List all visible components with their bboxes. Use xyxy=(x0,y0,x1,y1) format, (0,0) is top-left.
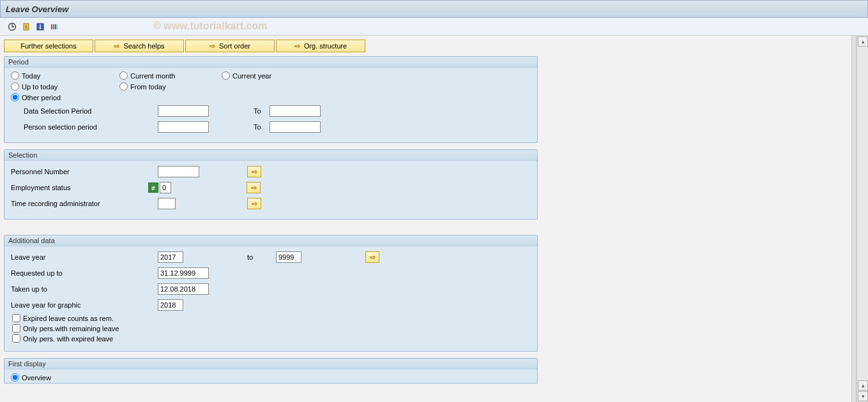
svg-rect-5 xyxy=(53,24,54,29)
requested-up-to-input[interactable] xyxy=(158,267,209,279)
employment-status-input[interactable] xyxy=(160,182,171,193)
selection-group: Selection Personnel Number ⇨ Employment … xyxy=(4,149,538,220)
vertical-scrollbar[interactable]: ▴ ▴ ▾ xyxy=(857,36,868,402)
radio-other-period[interactable]: Other period xyxy=(11,93,119,101)
execute-icon[interactable] xyxy=(6,21,18,33)
arrow-right-icon: ⇨ xyxy=(294,42,300,50)
taken-up-to-input[interactable] xyxy=(158,283,209,295)
radio-up-to-today[interactable]: Up to today xyxy=(11,82,119,91)
time-rec-admin-label: Time recording administrator xyxy=(11,200,158,207)
personnel-number-multiple-button[interactable]: ⇨ xyxy=(247,166,261,177)
selection-buttons-row: Further selections ⇨Search helps ⇨Sort o… xyxy=(4,40,864,52)
person-selection-period-label: Person selection period xyxy=(11,123,158,131)
period-group: Period Today Current month Current year … xyxy=(4,56,538,143)
not-equal-icon[interactable]: ≠ xyxy=(148,182,158,193)
svg-rect-6 xyxy=(55,24,56,29)
page-title: Leave Overview xyxy=(6,4,68,14)
employment-status-label: Employment status xyxy=(11,184,148,191)
radio-today[interactable]: Today xyxy=(11,71,119,80)
title-bar: Leave Overview xyxy=(0,0,868,18)
leave-year-graphic-label: Leave year for graphic xyxy=(11,301,158,309)
time-rec-admin-input[interactable] xyxy=(158,198,176,209)
svg-rect-7 xyxy=(57,24,57,29)
leave-year-from-input[interactable] xyxy=(158,251,183,263)
first-display-group: First display Overview xyxy=(4,358,538,383)
search-helps-button[interactable]: ⇨Search helps xyxy=(95,40,184,52)
arrow-right-icon: ⇨ xyxy=(370,253,376,262)
only-expired-checkbox[interactable]: Only pers. with expired leave xyxy=(11,334,531,343)
svg-text:i: i xyxy=(39,23,41,31)
arrow-right-icon: ⇨ xyxy=(114,42,119,50)
scroll-up-button[interactable]: ▴ xyxy=(858,36,868,47)
arrow-right-icon: ⇨ xyxy=(251,184,257,192)
leave-year-graphic-input[interactable] xyxy=(158,299,183,311)
personnel-number-input[interactable] xyxy=(158,166,199,177)
arrow-right-icon: ⇨ xyxy=(252,168,257,176)
first-display-legend: First display xyxy=(4,359,537,369)
person-selection-to-input[interactable] xyxy=(270,121,321,133)
additional-data-group: Additional data Leave year to ⇨ Requeste… xyxy=(4,235,538,352)
expired-leave-checkbox[interactable]: Expired leave counts as rem. xyxy=(11,314,531,322)
sort-order-button[interactable]: ⇨Sort order xyxy=(185,40,275,52)
data-selection-to-input[interactable] xyxy=(270,105,321,117)
only-remaining-checkbox[interactable]: Only pers.with remaining leave xyxy=(11,324,531,332)
radio-overview[interactable]: Overview xyxy=(11,373,531,382)
info-icon[interactable]: i xyxy=(34,21,46,33)
personnel-number-label: Personnel Number xyxy=(11,168,158,175)
radio-from-today[interactable]: From today xyxy=(119,82,222,91)
data-selection-from-input[interactable] xyxy=(158,105,209,117)
scroll-up-step-button[interactable]: ▴ xyxy=(858,380,868,391)
content-area: Further selections ⇨Search helps ⇨Sort o… xyxy=(0,36,868,399)
leave-year-to-input[interactable] xyxy=(276,251,301,263)
requested-up-to-label: Requested up to xyxy=(11,269,158,277)
radio-current-month[interactable]: Current month xyxy=(119,71,222,80)
further-selections-button[interactable]: Further selections xyxy=(4,40,93,52)
radio-current-year[interactable]: Current year xyxy=(222,71,324,80)
scroll-down-button[interactable]: ▾ xyxy=(858,391,868,401)
settings-icon[interactable] xyxy=(49,21,60,33)
to-label: To xyxy=(209,107,270,115)
toolbar: i xyxy=(0,18,868,36)
to-label-lower: to xyxy=(183,253,276,261)
leave-year-label: Leave year xyxy=(11,253,158,261)
leave-year-multiple-button[interactable]: ⇨ xyxy=(365,251,379,263)
selection-legend: Selection xyxy=(4,150,537,161)
org-structure-button[interactable]: ⇨Org. structure xyxy=(276,40,365,52)
scroll-track[interactable] xyxy=(851,36,857,402)
time-rec-admin-multiple-button[interactable]: ⇨ xyxy=(247,198,261,209)
employment-status-multiple-button[interactable]: ⇨ xyxy=(247,182,261,193)
period-legend: Period xyxy=(4,57,537,68)
to-label: To xyxy=(209,123,270,131)
arrow-right-icon: ⇨ xyxy=(252,200,257,208)
arrow-right-icon: ⇨ xyxy=(209,42,215,50)
variant-icon[interactable] xyxy=(20,21,32,33)
additional-data-legend: Additional data xyxy=(4,235,537,246)
data-selection-period-label: Data Selection Period xyxy=(11,107,158,115)
svg-rect-4 xyxy=(51,24,52,29)
taken-up-to-label: Taken up to xyxy=(11,285,158,293)
person-selection-from-input[interactable] xyxy=(158,121,209,133)
